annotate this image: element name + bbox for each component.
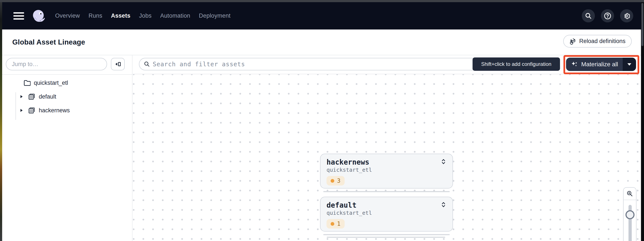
group-node-hackernews[interactable]: hackernews quickstart_etl 3	[320, 154, 453, 189]
top-nav-bar: Overview Runs Assets Jobs Automation Dep…	[2, 2, 641, 29]
nav-item-runs[interactable]: Runs	[88, 12, 102, 19]
tree-item-group-default[interactable]: default	[20, 91, 56, 102]
caret-down-icon	[628, 63, 631, 66]
nav-item-assets[interactable]: Assets	[111, 12, 130, 19]
asset-group-icon	[28, 93, 36, 100]
node-stack-line	[323, 234, 450, 235]
dagster-app: Overview Runs Assets Jobs Automation Dep…	[0, 0, 644, 241]
tree-item-label: hackernews	[39, 107, 70, 114]
tree-item-group-hackernews[interactable]: hackernews	[20, 105, 70, 116]
asset-tree-sidebar: quickstart_etl default	[2, 55, 132, 241]
nav-item-automation[interactable]: Automation	[160, 12, 190, 19]
sparkles-icon	[570, 60, 578, 68]
lineage-canvas[interactable]: hackernews quickstart_etl 3 default	[133, 74, 641, 241]
tree-item-code-location[interactable]: quickstart_etl	[24, 77, 68, 88]
materialize-dropdown-button[interactable]	[623, 58, 636, 71]
dagster-logo-icon[interactable]	[32, 9, 46, 23]
expand-collapse-icon[interactable]	[440, 158, 446, 165]
window-top-edge	[0, 0, 644, 2]
reload-definitions-label: Reload definitions	[579, 38, 626, 44]
materialize-all-button[interactable]: Materialize all	[566, 58, 623, 71]
search-icon	[144, 61, 150, 67]
zoom-slider-handle[interactable]	[626, 210, 634, 219]
tree-item-label: quickstart_etl	[34, 80, 68, 86]
nav-item-jobs[interactable]: Jobs	[139, 12, 152, 19]
materialize-all-label: Materialize all	[581, 61, 618, 68]
group-node-title: default	[326, 201, 356, 209]
caret-right-icon[interactable]	[20, 109, 22, 112]
gear-icon	[623, 12, 631, 20]
group-node-title: hackernews	[326, 158, 370, 166]
status-dot-icon	[330, 179, 334, 183]
nav-item-overview[interactable]: Overview	[55, 12, 80, 19]
reload-cube-icon	[570, 38, 576, 45]
nav-menu: Overview Runs Assets Jobs Automation Dep…	[55, 12, 230, 19]
nav-item-deployment[interactable]: Deployment	[199, 12, 230, 19]
search-icon	[585, 12, 592, 19]
desktop-wallpaper-edge	[0, 0, 2, 241]
collapse-panel-icon	[114, 61, 121, 68]
browser-scrollbar[interactable]	[641, 2, 644, 241]
search-button[interactable]	[582, 9, 595, 22]
zoom-to-fit-button[interactable]	[624, 188, 636, 200]
scrollbar-thumb[interactable]	[642, 3, 643, 46]
page-header: Global Asset Lineage Reload definitions	[2, 29, 641, 55]
expand-collapse-icon[interactable]	[440, 201, 446, 208]
hamburger-menu-icon[interactable]	[13, 12, 24, 19]
lineage-toolbar: Shift+click to add configuration Materia…	[133, 55, 641, 74]
folder-icon	[24, 80, 30, 86]
sidebar-divider	[2, 74, 132, 75]
tree-indent-guide	[16, 92, 16, 120]
settings-button[interactable]	[620, 9, 633, 22]
node-stack-line	[327, 237, 445, 238]
asset-count-badge: 1	[326, 219, 344, 229]
asset-count: 3	[337, 178, 340, 184]
node-stack-line	[323, 191, 450, 192]
materialize-split-button: Materialize all	[566, 58, 636, 71]
status-dot-icon	[330, 222, 334, 226]
tree-item-label: default	[39, 93, 56, 100]
help-icon	[604, 12, 612, 20]
asset-count-badge: 3	[326, 176, 344, 186]
materialize-tooltip: Shift+click to add configuration	[472, 57, 560, 71]
jump-to-input[interactable]	[6, 58, 107, 70]
group-node-subtitle: quickstart_etl	[326, 210, 446, 216]
page-title: Global Asset Lineage	[12, 38, 85, 46]
collapse-panel-button[interactable]	[111, 58, 125, 70]
asset-group-icon	[28, 106, 36, 114]
help-button[interactable]	[601, 9, 614, 22]
reload-definitions-button[interactable]: Reload definitions	[563, 35, 632, 47]
group-node-default[interactable]: default quickstart_etl 1	[320, 197, 453, 232]
zoom-control-panel	[623, 187, 636, 241]
magnifier-plus-icon	[626, 190, 633, 197]
asset-count: 1	[337, 221, 340, 227]
caret-right-icon[interactable]	[20, 95, 22, 98]
tooltip-text: Shift+click to add configuration	[481, 61, 552, 67]
group-node-subtitle: quickstart_etl	[326, 167, 446, 173]
nav-actions	[582, 9, 633, 22]
